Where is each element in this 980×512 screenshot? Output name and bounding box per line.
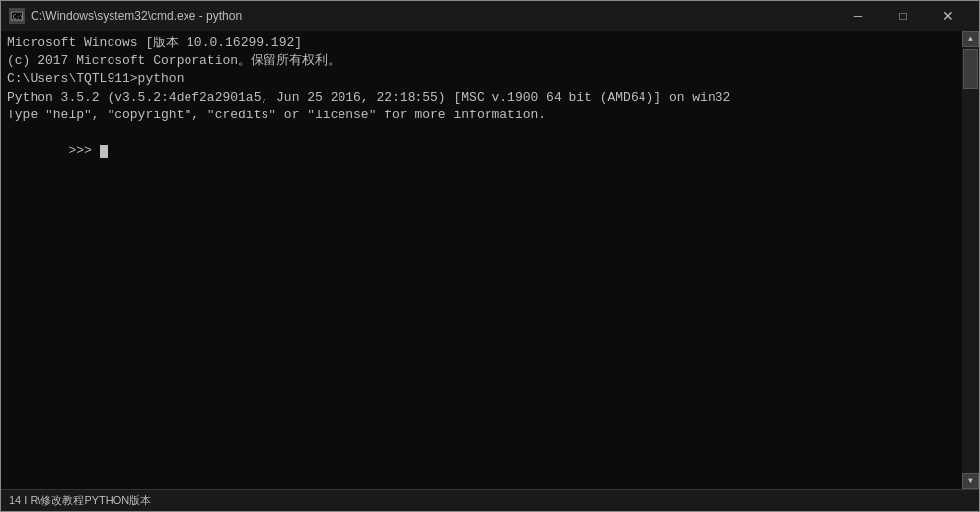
scrollbar-thumb[interactable] [963,49,978,89]
console-line: (c) 2017 Microsoft Corporation。保留所有权利。 [7,52,956,70]
status-bar: 14 I R\修改教程PYTHON版本 [1,489,979,511]
close-button[interactable]: ✕ [926,1,971,31]
console-body[interactable]: Microsoft Windows [版本 10.0.16299.192] (c… [1,31,979,489]
svg-text:C:\: C:\ [13,13,24,20]
scrollbar-track[interactable] [962,47,979,473]
minimize-button[interactable]: ─ [835,1,880,31]
scrollbar-down-button[interactable]: ▼ [962,473,979,489]
console-line: C:\Users\TQTL911>python [7,70,956,88]
cmd-window: C:\ C:\Windows\system32\cmd.exe - python… [0,0,980,512]
console-content: Microsoft Windows [版本 10.0.16299.192] (c… [1,31,962,489]
scrollbar-up-button[interactable]: ▲ [962,31,979,47]
status-text: 14 I R\修改教程PYTHON版本 [9,493,151,508]
window-icon: C:\ [9,8,25,24]
console-line: Python 3.5.2 (v3.5.2:4def2a2901a5, Jun 2… [7,89,956,107]
cursor [100,145,108,158]
console-line: Type "help", "copyright", "credits" or "… [7,107,956,124]
window-title: C:\Windows\system32\cmd.exe - python [31,9,835,23]
window-controls: ─ □ ✕ [835,1,971,31]
console-prompt-line[interactable]: >>> [7,124,956,179]
maximize-button[interactable]: □ [880,1,926,31]
vertical-scrollbar[interactable]: ▲ ▼ [962,31,979,489]
console-line: Microsoft Windows [版本 10.0.16299.192] [7,35,956,52]
title-bar: C:\ C:\Windows\system32\cmd.exe - python… [1,1,979,31]
console-prompt: >>> [68,143,99,158]
